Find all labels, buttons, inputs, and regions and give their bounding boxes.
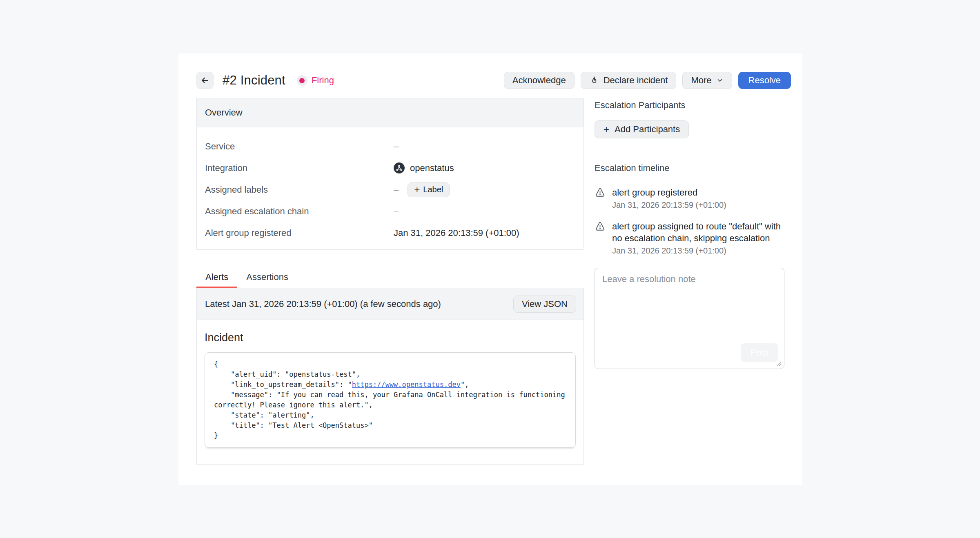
overview-row-integration: Integration openstatus [197,157,584,179]
alert-payload-code: { "alert_uid": "openstatus-test", "link_… [205,352,576,448]
escalation-timeline: alert group registered Jan 31, 2026 20:1… [595,187,784,256]
add-label-text: Label [423,185,443,194]
page-title: #2 Incident [223,73,285,88]
plus-icon: + [414,185,420,195]
row-value: – [394,185,399,195]
warning-triangle-icon [595,221,606,256]
status-label: Firing [312,75,334,86]
timeline-item-text: alert group assigned to route "default" … [612,220,784,244]
overview-row-registered: Alert group registered Jan 31, 2026 20:1… [197,222,584,244]
row-label: Integration [205,163,394,173]
incident-header: #2 Incident Firing Acknowledge Declare i… [196,72,791,89]
row-value: Jan 31, 2026 20:13:59 (+01:00) [394,228,519,238]
timeline-item-text: alert group registered [612,187,726,198]
row-value: – [394,141,399,152]
alerts-panel: Latest Jan 31, 2026 20:13:59 (+01:00) (a… [196,288,584,465]
integration-name[interactable]: openstatus [410,163,454,173]
acknowledge-button[interactable]: Acknowledge [504,72,575,89]
escalation-timeline-title: Escalation timeline [595,163,784,173]
overview-row-service: Service – [197,136,584,157]
row-label: Assigned escalation chain [205,206,394,217]
post-note-button[interactable]: Post [741,343,778,362]
row-label: Assigned labels [205,185,394,195]
timeline-item: alert group registered Jan 31, 2026 20:1… [595,187,784,210]
overview-panel: Overview Service – Integration [196,98,584,250]
resolution-note-box: Post [595,268,784,369]
timeline-item-time: Jan 31, 2026 20:13:59 (+01:00) [612,246,784,256]
status-badge: Firing [297,75,334,86]
status-dot-icon [297,75,307,86]
add-participants-button[interactable]: + Add Participants [595,120,689,138]
row-label: Alert group registered [205,228,394,238]
flame-icon [589,76,599,85]
latest-alert-bar: Latest Jan 31, 2026 20:13:59 (+01:00) (a… [197,288,584,320]
more-label: More [691,75,711,86]
overview-panel-title: Overview [197,98,584,127]
resolve-button[interactable]: Resolve [738,72,791,89]
overview-row-escalation-chain: Assigned escalation chain – [197,200,584,222]
more-button[interactable]: More [682,72,732,89]
plus-icon: + [604,124,609,134]
acknowledge-label: Acknowledge [512,75,566,86]
payload-text: { "alert_uid": "openstatus-test", "link_… [214,360,360,389]
incident-card: #2 Incident Firing Acknowledge Declare i… [178,53,802,485]
latest-alert-text: Latest Jan 31, 2026 20:13:59 (+01:00) (a… [205,299,441,309]
timeline-item: alert group assigned to route "default" … [595,220,784,256]
view-json-button[interactable]: View JSON [513,296,576,313]
row-label: Service [205,141,394,152]
row-value: – [394,206,399,217]
upstream-link[interactable]: https://www.openstatus.dev [352,380,461,389]
view-json-label: View JSON [522,299,568,309]
warning-triangle-icon [595,187,606,210]
incident-section-title: Incident [205,331,576,344]
declare-incident-label: Declare incident [604,75,668,86]
tab-bar: Alerts Assertions [196,272,584,288]
webhook-icon [394,162,405,173]
declare-incident-button[interactable]: Declare incident [581,72,677,89]
payload-text: ", "message": "If you can read this, you… [214,380,569,440]
resolve-label: Resolve [748,75,781,86]
add-label-button[interactable]: + Label [408,182,450,197]
overview-row-labels: Assigned labels – + Label [197,179,584,200]
chevron-down-icon [716,77,724,84]
back-button[interactable] [196,72,214,89]
escalation-participants-title: Escalation Participants [595,100,784,111]
timeline-item-time: Jan 31, 2026 20:13:59 (+01:00) [612,200,726,210]
arrow-left-icon [200,76,210,85]
add-participants-label: Add Participants [615,124,680,135]
resize-handle-icon[interactable] [775,360,783,367]
tab-alerts[interactable]: Alerts [196,272,237,288]
tab-assertions[interactable]: Assertions [237,272,297,288]
